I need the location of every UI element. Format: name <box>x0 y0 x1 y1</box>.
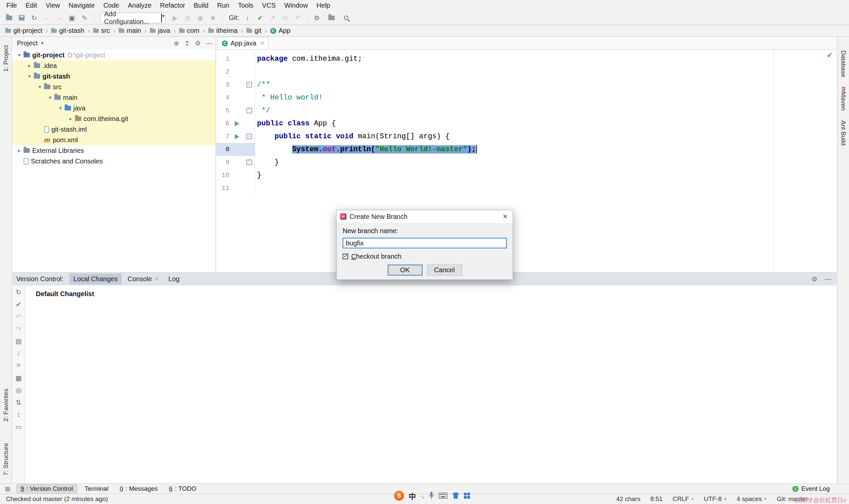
tree-item-pom-xml[interactable]: mpom.xml <box>12 134 216 145</box>
branch-name-input[interactable] <box>343 238 507 248</box>
cherry-pick-icon[interactable]: ⚑ <box>16 362 21 370</box>
menu-window[interactable]: Window <box>280 0 312 11</box>
synchronize-icon[interactable]: ↻ <box>29 13 40 23</box>
code-line-4[interactable]: 4 * Hello world! <box>216 91 837 104</box>
menu-navigate[interactable]: Navigate <box>64 0 99 11</box>
toolbox-icon[interactable] <box>464 493 470 499</box>
stripe-tab-1-project[interactable]: 1: Project <box>0 45 12 72</box>
tree-item--idea[interactable]: ▸.idea <box>12 60 216 71</box>
skin-icon[interactable] <box>452 492 459 499</box>
chevron-right-icon[interactable]: ▸ <box>25 63 34 69</box>
tree-item-main[interactable]: ▾main <box>12 92 216 103</box>
code-line-5[interactable]: 5ˆ */ <box>216 104 837 117</box>
chevron-down-icon[interactable]: ▾ <box>56 105 65 111</box>
collapse-all-icon[interactable]: ↕ <box>17 411 20 418</box>
cancel-button[interactable]: Cancel <box>427 265 462 275</box>
chevron-right-icon[interactable]: ▸ <box>66 116 75 122</box>
keyboard-icon[interactable] <box>439 493 447 499</box>
rollback-icon[interactable]: ↶ <box>292 13 304 23</box>
checkout-branch-row[interactable]: Checkout branch <box>343 253 507 260</box>
stripe-tab-maven[interactable]: mMaven <box>837 87 849 111</box>
bottom-tab-9-version-control[interactable]: 9: Version Control <box>16 484 77 493</box>
tree-item-git-project[interactable]: ▾git-projectD:\git-project <box>12 50 216 60</box>
menu-refactor[interactable]: Refactor <box>156 0 190 11</box>
stop-icon[interactable]: ■ <box>207 13 219 23</box>
layout-icon[interactable]: ▣ <box>66 13 78 23</box>
dialog-title-bar[interactable]: IJ Create New Branch ✕ <box>337 210 513 223</box>
breadcrumb-item-itheima[interactable]: itheima <box>208 27 237 35</box>
code-line-6[interactable]: 6public class App { <box>216 117 837 130</box>
tree-item-src[interactable]: ▾src <box>12 82 216 92</box>
project-panel-title[interactable]: Project ▼ <box>17 39 44 47</box>
chevron-right-icon[interactable]: ▸ <box>15 147 23 154</box>
vcs-tab-log[interactable]: Log <box>164 273 183 285</box>
breadcrumb-item-git[interactable]: git <box>247 27 261 35</box>
breadcrumb-item-git-stash[interactable]: git-stash <box>51 27 84 35</box>
inspection-ok-icon[interactable]: ✔ <box>827 51 833 60</box>
breadcrumb-item-com[interactable]: com <box>179 27 200 35</box>
run-icon[interactable] <box>235 121 239 126</box>
status-4-spaces[interactable]: 4 spaces▼ <box>737 496 767 503</box>
expand-all-icon[interactable]: ⇅ <box>16 399 21 407</box>
bottom-tab-terminal[interactable]: Terminal <box>80 484 112 493</box>
fold-end-icon[interactable]: ˆ <box>247 108 252 113</box>
bottom-tab-6-todo[interactable]: 6: TODO <box>165 484 200 493</box>
forward-icon[interactable]: → <box>54 13 65 23</box>
punctuation-icon[interactable]: ·, <box>420 492 424 499</box>
fold-start-icon[interactable]: − <box>247 82 252 88</box>
preview-icon[interactable]: ◎ <box>16 386 21 394</box>
menu-edit[interactable]: Edit <box>21 0 41 11</box>
breadcrumb-item-src[interactable]: src <box>93 27 110 35</box>
stripe-tab-database[interactable]: Database <box>837 50 849 77</box>
tree-item-git-stash-iml[interactable]: git-stash.iml <box>12 124 216 134</box>
commit-icon[interactable]: ✔ <box>254 13 266 23</box>
code-line-8[interactable]: 8 System.out.println("Hello World!-maste… <box>216 143 837 156</box>
editor-body[interactable]: ✔ 1package com.itheima.git;23−/**4 * Hel… <box>216 50 837 272</box>
menu-vcs[interactable]: VCS <box>258 0 280 11</box>
run-icon[interactable] <box>235 134 239 139</box>
collapse-all-icon[interactable]: ↥ <box>184 39 190 47</box>
diff-icon[interactable]: ▤ <box>16 337 22 345</box>
gear-icon[interactable]: ⚙ <box>812 275 817 283</box>
refresh-icon[interactable]: ↻ <box>16 288 21 296</box>
chinese-mode-icon[interactable]: 中 <box>409 490 416 501</box>
profiler-icon[interactable]: ◉ <box>195 13 206 23</box>
history-icon[interactable]: ⊙ <box>279 13 291 23</box>
menu-run[interactable]: Run <box>213 0 234 11</box>
save-all-icon[interactable] <box>16 13 27 23</box>
menu-analyze[interactable]: Analyze <box>123 0 156 11</box>
stripe-tab-7-structure[interactable]: 7: Structure <box>0 443 12 475</box>
details-icon[interactable]: ▭ <box>16 423 22 431</box>
locate-icon[interactable]: ⊕ <box>174 39 179 47</box>
chevron-down-icon[interactable]: ▾ <box>46 94 54 101</box>
settings-icon[interactable]: ⚙ <box>195 39 201 47</box>
chevron-down-icon[interactable]: ▾ <box>25 73 34 79</box>
open-icon[interactable] <box>3 13 15 23</box>
microphone-icon[interactable] <box>429 491 434 500</box>
breadcrumb-item-git-project[interactable]: git-project <box>5 27 42 35</box>
tree-item-external-libraries[interactable]: ▸External Libraries <box>12 145 216 156</box>
code-line-7[interactable]: 7− public static void main(String[] args… <box>216 130 837 143</box>
back-icon[interactable]: ← <box>41 13 52 23</box>
hide-icon[interactable]: — <box>206 39 212 47</box>
menu-tools[interactable]: Tools <box>234 0 258 11</box>
status-message[interactable]: Checked out master (2 minutes ago) <box>6 496 108 503</box>
close-icon[interactable]: ✕ <box>498 210 513 223</box>
vcs-tab-console[interactable]: Console✕ <box>124 273 163 285</box>
code-line-1[interactable]: 1package com.itheima.git; <box>216 52 837 65</box>
code-line-9[interactable]: 9ˆ } <box>216 156 837 169</box>
merge-icon[interactable]: ↗ <box>267 13 278 23</box>
redo-icon[interactable]: ↷ <box>16 325 21 333</box>
tree-item-com-itheima-git[interactable]: ▸com.itheima.git <box>12 113 216 124</box>
checkbox-checked-icon[interactable] <box>343 254 348 259</box>
shelve-icon[interactable]: ⇓ <box>16 349 21 357</box>
breadcrumb-item-main[interactable]: main <box>119 27 141 35</box>
tree-item-scratches-and-consoles[interactable]: Scratches and Consoles <box>12 156 216 166</box>
code-line-2[interactable]: 2 <box>216 65 837 78</box>
coverage-icon[interactable]: ◎ <box>182 13 193 23</box>
stripe-tab-ant-build[interactable]: Ant Build <box>837 120 849 146</box>
settings-icon[interactable]: ⚙ <box>311 13 322 23</box>
tree-item-git-stash[interactable]: ▾git-stash <box>12 71 216 82</box>
tab-app-java[interactable]: C App.java ✕ <box>218 37 269 49</box>
fold-start-icon[interactable]: − <box>247 133 252 139</box>
